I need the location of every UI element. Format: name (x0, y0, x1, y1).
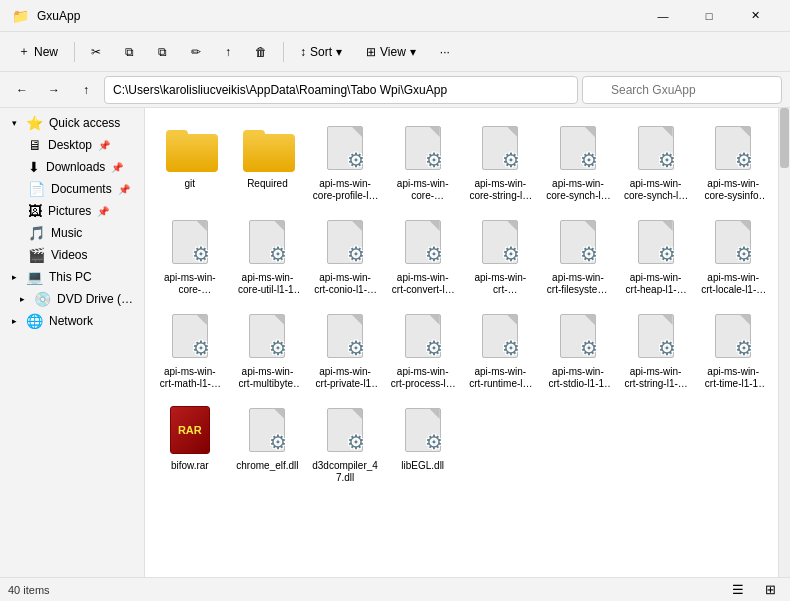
downloads-icon: ⬇ (28, 159, 40, 175)
file-item[interactable]: ⚙ api-ms-win-crt-environment-l1-1-0.dll (464, 210, 538, 300)
minimize-button[interactable]: — (640, 0, 686, 32)
cut-icon: ✂ (91, 45, 101, 59)
rename-icon: ✏ (191, 45, 201, 59)
address-bar: ← → ↑ 🔍 (0, 72, 790, 108)
scrollbar[interactable] (778, 108, 790, 577)
main-area: ▾ ⭐ Quick access 🖥 Desktop 📌 ⬇ Downloads… (0, 108, 790, 577)
back-button[interactable]: ← (8, 76, 36, 104)
file-name: api-ms-win-core-sysinfo-l1-1-0.dll (700, 178, 766, 202)
file-name: api-ms-win-crt-string-l1-1-0.dll (623, 366, 689, 390)
file-item[interactable]: ⚙ api-ms-win-core-profile-l1-1-0.dll (308, 116, 382, 206)
file-name: bifow.rar (171, 460, 209, 472)
close-button[interactable]: ✕ (732, 0, 778, 32)
quick-access-expander: ▾ (8, 117, 20, 129)
file-item[interactable]: ⚙ api-ms-win-crt-locale-l1-1-0.dll (696, 210, 770, 300)
sidebar-quick-access[interactable]: ▾ ⭐ Quick access (0, 112, 144, 134)
address-input[interactable] (104, 76, 578, 104)
sort-button[interactable]: ↕ Sort ▾ (290, 36, 352, 68)
copy-icon: ⧉ (125, 45, 134, 59)
file-icon: ⚙ (321, 120, 369, 176)
sidebar-item-desktop[interactable]: 🖥 Desktop 📌 (0, 134, 144, 156)
file-name: api-ms-win-core-synch-l1-2-0.dll (623, 178, 689, 202)
file-item[interactable]: ⚙ api-ms-win-crt-string-l1-1-0.dll (619, 304, 693, 394)
file-item[interactable]: ⚙ api-ms-win-crt-stdio-l1-1-0.dll (541, 304, 615, 394)
file-item[interactable]: ⚙ api-ms-win-crt-process-l1-1-0.dll (386, 304, 460, 394)
file-icon: ⚙ (166, 214, 214, 270)
file-name: api-ms-win-core-profile-l1-1-0.dll (312, 178, 378, 202)
file-item[interactable]: ⚙ api-ms-win-crt-conio-l1-1-0.dll (308, 210, 382, 300)
up-button[interactable]: ↑ (72, 76, 100, 104)
this-pc-expander: ▸ (8, 271, 20, 283)
sidebar-item-dvd[interactable]: ▸ 💿 DVD Drive (D:) CCCC (0, 288, 144, 310)
sort-icon: ↕ (300, 45, 306, 59)
sidebar-item-videos[interactable]: 🎬 Videos (0, 244, 144, 266)
dll-icon: ⚙ (403, 312, 443, 360)
maximize-button[interactable]: □ (686, 0, 732, 32)
sidebar-item-pictures[interactable]: 🖼 Pictures 📌 (0, 200, 144, 222)
sidebar-item-music[interactable]: 🎵 Music (0, 222, 144, 244)
view-button[interactable]: ⊞ View ▾ (356, 36, 426, 68)
scrollbar-thumb[interactable] (780, 108, 789, 168)
file-name: api-ms-win-crt-environment-l1-1-0.dll (468, 272, 534, 296)
paste-button[interactable]: ⧉ (148, 36, 177, 68)
share-button[interactable]: ↑ (215, 36, 241, 68)
file-item[interactable]: ⚙ api-ms-win-crt-convert-l1-1-0.dll (386, 210, 460, 300)
documents-pin-icon: 📌 (118, 184, 130, 195)
file-name: api-ms-win-crt-math-l1-1-0.dll (157, 366, 223, 390)
file-name: api-ms-win-crt-stdio-l1-1-0.dll (545, 366, 611, 390)
forward-button[interactable]: → (40, 76, 68, 104)
file-item[interactable]: ⚙ api-ms-win-crt-time-l1-1-0.dll (696, 304, 770, 394)
delete-button[interactable]: 🗑 (245, 36, 277, 68)
sidebar-item-this-pc[interactable]: ▸ 💻 This PC (0, 266, 144, 288)
file-item[interactable]: ⚙ api-ms-win-core-rtlsupport-l1-1-0.dll (386, 116, 460, 206)
sidebar-item-downloads[interactable]: ⬇ Downloads 📌 (0, 156, 144, 178)
rename-button[interactable]: ✏ (181, 36, 211, 68)
file-item[interactable]: ⚙ api-ms-win-crt-multibyte-l1-1-0.dll (231, 304, 305, 394)
sidebar-item-network[interactable]: ▸ 🌐 Network (0, 310, 144, 332)
file-item[interactable]: git (153, 116, 227, 206)
new-label: New (34, 45, 58, 59)
sidebar-music-label: Music (51, 226, 82, 240)
dvd-expander: ▸ (16, 293, 28, 305)
file-item[interactable]: Required (231, 116, 305, 206)
file-name: api-ms-win-crt-conio-l1-1-0.dll (312, 272, 378, 296)
file-name: api-ms-win-crt-private-l1-1-0.dll (312, 366, 378, 390)
sidebar-item-documents[interactable]: 📄 Documents 📌 (0, 178, 144, 200)
file-item[interactable]: ⚙ d3dcompiler_47.dll (308, 398, 382, 488)
file-icon: ⚙ (709, 308, 757, 364)
file-item[interactable]: ⚙ api-ms-win-core-string-l1-1-0.dll (464, 116, 538, 206)
file-icon: ⚙ (399, 214, 447, 270)
cut-button[interactable]: ✂ (81, 36, 111, 68)
toolbar-separator-2 (283, 42, 284, 62)
file-item[interactable]: ⚙ api-ms-win-core-synch-l1-1-0.dll (541, 116, 615, 206)
file-icon: ⚙ (399, 120, 447, 176)
search-input[interactable] (582, 76, 782, 104)
file-item[interactable]: ⚙ chrome_elf.dll (231, 398, 305, 488)
file-item[interactable]: ⚙ libEGL.dll (386, 398, 460, 488)
file-item[interactable]: ⚙ api-ms-win-crt-heap-l1-1-0.dll (619, 210, 693, 300)
file-item[interactable]: ⚙ api-ms-win-core-sysinfo-l1-1-0.dll (696, 116, 770, 206)
dll-icon: ⚙ (558, 124, 598, 172)
sidebar-quick-access-label: Quick access (49, 116, 120, 130)
grid-view-button[interactable]: ⊞ (758, 580, 782, 600)
file-item[interactable]: RAR bifow.rar (153, 398, 227, 488)
copy-button[interactable]: ⧉ (115, 36, 144, 68)
file-icon: ⚙ (554, 120, 602, 176)
grid-view-icon: ⊞ (765, 582, 776, 597)
file-item[interactable]: ⚙ api-ms-win-core-util-l1-1-0.dll (231, 210, 305, 300)
new-button[interactable]: ＋ New (8, 36, 68, 68)
toolbar-separator (74, 42, 75, 62)
new-icon: ＋ (18, 43, 30, 60)
file-item[interactable]: ⚙ api-ms-win-crt-filesystem-l1-1-0.dll (541, 210, 615, 300)
more-button[interactable]: ··· (430, 36, 460, 68)
dll-icon: ⚙ (325, 312, 365, 360)
file-item[interactable]: ⚙ api-ms-win-crt-runtime-l1-1-0.dll (464, 304, 538, 394)
sidebar-pictures-label: Pictures (48, 204, 91, 218)
file-item[interactable]: ⚙ api-ms-win-core-timezone-l1-1-0.dll (153, 210, 227, 300)
file-item[interactable]: ⚙ api-ms-win-core-synch-l1-2-0.dll (619, 116, 693, 206)
file-item[interactable]: ⚙ api-ms-win-crt-math-l1-1-0.dll (153, 304, 227, 394)
folder-icon (243, 124, 291, 172)
file-name: api-ms-win-core-rtlsupport-l1-1-0.dll (390, 178, 456, 202)
list-view-button[interactable]: ☰ (726, 580, 750, 600)
file-item[interactable]: ⚙ api-ms-win-crt-private-l1-1-0.dll (308, 304, 382, 394)
